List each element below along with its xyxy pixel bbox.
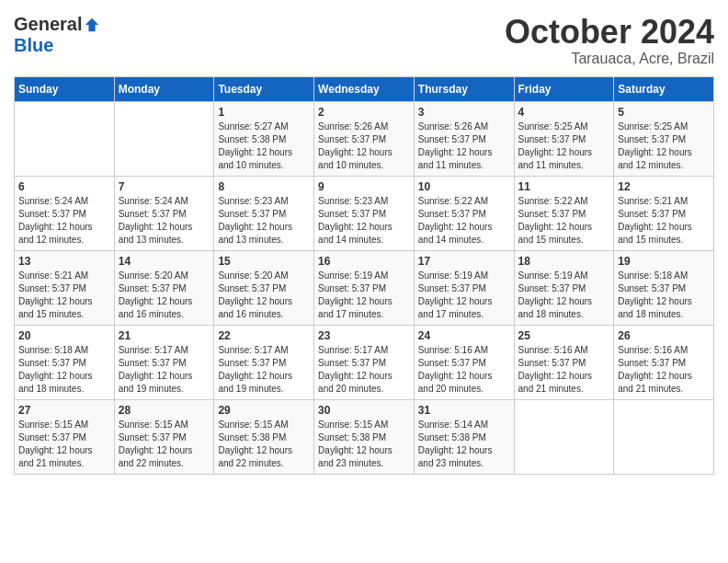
day-of-week-header: Wednesday	[314, 76, 415, 101]
day-info: Sunrise: 5:22 AMSunset: 5:37 PMDaylight:…	[418, 195, 510, 247]
day-info: Sunrise: 5:20 AMSunset: 5:37 PMDaylight:…	[218, 270, 310, 321]
calendar-cell: 10Sunrise: 5:22 AMSunset: 5:37 PMDayligh…	[414, 176, 514, 250]
day-info: Sunrise: 5:24 AMSunset: 5:37 PMDaylight:…	[119, 195, 210, 247]
calendar-cell: 30Sunrise: 5:15 AMSunset: 5:38 PMDayligh…	[314, 399, 415, 474]
day-number: 3	[418, 106, 510, 119]
day-number: 26	[618, 329, 710, 342]
day-number: 9	[318, 180, 410, 193]
day-number: 28	[119, 404, 210, 417]
calendar-cell: 22Sunrise: 5:17 AMSunset: 5:37 PMDayligh…	[214, 325, 314, 399]
title-block: October 2024 Tarauaca, Acre, Brazil	[505, 14, 714, 67]
day-number: 20	[18, 329, 110, 342]
calendar-cell: 16Sunrise: 5:19 AMSunset: 5:37 PMDayligh…	[314, 250, 415, 325]
day-info: Sunrise: 5:27 AMSunset: 5:38 PMDaylight:…	[218, 121, 310, 172]
day-info: Sunrise: 5:19 AMSunset: 5:37 PMDaylight:…	[418, 270, 510, 321]
day-number: 5	[618, 106, 710, 119]
calendar-cell: 15Sunrise: 5:20 AMSunset: 5:37 PMDayligh…	[214, 250, 314, 325]
day-number: 11	[518, 180, 610, 193]
logo-blue-text: Blue	[14, 35, 53, 55]
calendar-cell: 9Sunrise: 5:23 AMSunset: 5:37 PMDaylight…	[314, 176, 415, 250]
calendar-cell: 2Sunrise: 5:26 AMSunset: 5:37 PMDaylight…	[314, 101, 415, 176]
day-number: 23	[318, 329, 410, 342]
calendar-cell	[514, 399, 614, 474]
calendar-cell: 20Sunrise: 5:18 AMSunset: 5:37 PMDayligh…	[15, 325, 115, 399]
calendar-table: SundayMondayTuesdayWednesdayThursdayFrid…	[14, 76, 714, 475]
day-info: Sunrise: 5:24 AMSunset: 5:37 PMDaylight:…	[18, 195, 110, 247]
logo-general-text: General	[14, 14, 82, 35]
day-info: Sunrise: 5:16 AMSunset: 5:37 PMDaylight:…	[618, 344, 710, 396]
day-info: Sunrise: 5:17 AMSunset: 5:37 PMDaylight:…	[318, 344, 410, 396]
calendar-cell: 4Sunrise: 5:25 AMSunset: 5:37 PMDaylight…	[514, 101, 614, 176]
calendar-week-row: 1Sunrise: 5:27 AMSunset: 5:38 PMDaylight…	[15, 101, 714, 176]
calendar-cell: 21Sunrise: 5:17 AMSunset: 5:37 PMDayligh…	[114, 325, 214, 399]
page-header: General Blue October 2024 Tarauaca, Acre…	[14, 14, 714, 67]
day-info: Sunrise: 5:17 AMSunset: 5:37 PMDaylight:…	[119, 344, 210, 396]
day-number: 14	[119, 255, 210, 268]
calendar-cell: 24Sunrise: 5:16 AMSunset: 5:37 PMDayligh…	[414, 325, 514, 399]
calendar-cell: 18Sunrise: 5:19 AMSunset: 5:37 PMDayligh…	[514, 250, 614, 325]
calendar-cell: 17Sunrise: 5:19 AMSunset: 5:37 PMDayligh…	[414, 250, 514, 325]
calendar-week-row: 6Sunrise: 5:24 AMSunset: 5:37 PMDaylight…	[15, 176, 714, 250]
day-info: Sunrise: 5:22 AMSunset: 5:37 PMDaylight:…	[518, 195, 610, 247]
location-title: Tarauaca, Acre, Brazil	[505, 51, 714, 67]
calendar-cell	[114, 101, 214, 176]
day-info: Sunrise: 5:19 AMSunset: 5:37 PMDaylight:…	[518, 270, 610, 321]
calendar-cell: 25Sunrise: 5:16 AMSunset: 5:37 PMDayligh…	[514, 325, 614, 399]
calendar-cell: 7Sunrise: 5:24 AMSunset: 5:37 PMDaylight…	[114, 176, 214, 250]
day-number: 17	[418, 255, 510, 268]
calendar-header-row: SundayMondayTuesdayWednesdayThursdayFrid…	[15, 76, 714, 101]
day-info: Sunrise: 5:14 AMSunset: 5:38 PMDaylight:…	[418, 419, 510, 470]
calendar-cell: 29Sunrise: 5:15 AMSunset: 5:38 PMDayligh…	[214, 399, 314, 474]
day-number: 21	[119, 329, 210, 342]
calendar-cell	[614, 399, 714, 474]
day-of-week-header: Thursday	[414, 76, 514, 101]
calendar-cell: 8Sunrise: 5:23 AMSunset: 5:37 PMDaylight…	[214, 176, 314, 250]
calendar-week-row: 27Sunrise: 5:15 AMSunset: 5:37 PMDayligh…	[15, 399, 714, 474]
day-number: 22	[218, 329, 310, 342]
day-of-week-header: Sunday	[15, 76, 115, 101]
day-info: Sunrise: 5:20 AMSunset: 5:37 PMDaylight:…	[119, 270, 210, 321]
day-number: 19	[618, 255, 710, 268]
day-info: Sunrise: 5:25 AMSunset: 5:37 PMDaylight:…	[518, 121, 610, 172]
day-of-week-header: Friday	[514, 76, 614, 101]
calendar-cell: 6Sunrise: 5:24 AMSunset: 5:37 PMDaylight…	[15, 176, 115, 250]
day-info: Sunrise: 5:26 AMSunset: 5:37 PMDaylight:…	[418, 121, 510, 172]
calendar-cell: 27Sunrise: 5:15 AMSunset: 5:37 PMDayligh…	[15, 399, 115, 474]
day-number: 13	[18, 255, 110, 268]
calendar-cell: 28Sunrise: 5:15 AMSunset: 5:37 PMDayligh…	[114, 399, 214, 474]
logo: General Blue	[14, 14, 100, 56]
day-number: 1	[218, 106, 310, 119]
calendar-cell: 13Sunrise: 5:21 AMSunset: 5:37 PMDayligh…	[15, 250, 115, 325]
day-info: Sunrise: 5:16 AMSunset: 5:37 PMDaylight:…	[518, 344, 610, 396]
day-info: Sunrise: 5:15 AMSunset: 5:37 PMDaylight:…	[119, 419, 210, 470]
day-number: 2	[318, 106, 410, 119]
calendar-cell: 1Sunrise: 5:27 AMSunset: 5:38 PMDaylight…	[214, 101, 314, 176]
calendar-cell: 5Sunrise: 5:25 AMSunset: 5:37 PMDaylight…	[614, 101, 714, 176]
day-number: 8	[218, 180, 310, 193]
calendar-cell: 14Sunrise: 5:20 AMSunset: 5:37 PMDayligh…	[114, 250, 214, 325]
day-number: 12	[618, 180, 710, 193]
svg-marker-0	[85, 17, 98, 30]
logo-icon	[84, 17, 100, 33]
day-number: 24	[418, 329, 510, 342]
day-number: 16	[318, 255, 410, 268]
calendar-cell: 23Sunrise: 5:17 AMSunset: 5:37 PMDayligh…	[314, 325, 415, 399]
day-info: Sunrise: 5:18 AMSunset: 5:37 PMDaylight:…	[18, 344, 110, 396]
day-number: 30	[318, 404, 410, 417]
day-info: Sunrise: 5:15 AMSunset: 5:37 PMDaylight:…	[18, 419, 110, 470]
day-number: 31	[418, 404, 510, 417]
calendar-week-row: 20Sunrise: 5:18 AMSunset: 5:37 PMDayligh…	[15, 325, 714, 399]
day-number: 18	[518, 255, 610, 268]
calendar-cell: 3Sunrise: 5:26 AMSunset: 5:37 PMDaylight…	[414, 101, 514, 176]
day-info: Sunrise: 5:26 AMSunset: 5:37 PMDaylight:…	[318, 121, 410, 172]
day-number: 29	[218, 404, 310, 417]
day-number: 15	[218, 255, 310, 268]
day-number: 10	[418, 180, 510, 193]
day-of-week-header: Saturday	[614, 76, 714, 101]
day-info: Sunrise: 5:23 AMSunset: 5:37 PMDaylight:…	[218, 195, 310, 247]
day-info: Sunrise: 5:19 AMSunset: 5:37 PMDaylight:…	[318, 270, 410, 321]
calendar-week-row: 13Sunrise: 5:21 AMSunset: 5:37 PMDayligh…	[15, 250, 714, 325]
day-info: Sunrise: 5:15 AMSunset: 5:38 PMDaylight:…	[218, 419, 310, 470]
day-number: 25	[518, 329, 610, 342]
day-info: Sunrise: 5:25 AMSunset: 5:37 PMDaylight:…	[618, 121, 710, 172]
